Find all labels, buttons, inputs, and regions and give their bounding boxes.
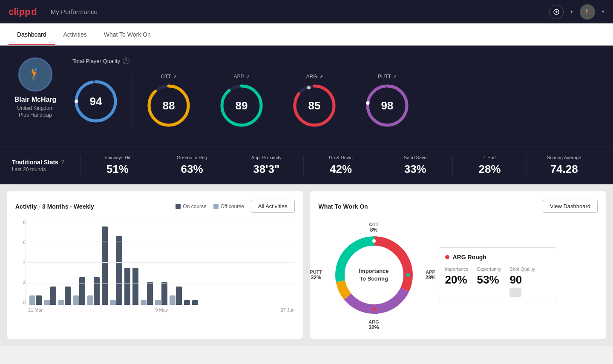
trad-stats-help-icon[interactable]: ? [61,159,65,166]
avatar[interactable]: 🏌️ [580,4,595,20]
logo-d: d [31,6,37,17]
svg-point-5 [75,100,78,103]
app-logo: clippd [9,6,37,17]
x-label-0: 21 Mar [28,307,43,312]
activity-chart-area: 0 2 4 6 8 [15,220,295,313]
arg-stat-opportunity: Opportunity 53% [477,267,501,297]
wtwo-title: What To Work On [319,203,368,210]
x-label-1: 9 May [155,307,168,312]
tpq-label: Total Player Quality ? [72,57,601,64]
trad-stat-updown: Up & Down 42% [303,155,378,176]
nav-right: ▾ 🏌️ ▾ [549,4,604,20]
bar-oncourse-3 [79,277,85,305]
bar-group-5 [102,226,108,305]
arg-card-dot [445,255,449,259]
trad-stat-fairways: Fairways Hit 51% [80,155,155,176]
bar-oncourse-1 [50,287,56,305]
legend-offcourse: Off course [213,203,244,209]
bar-oncourse-9 [147,282,153,305]
player-info: 🏌️ Blair McHarg United Kingdom Plus Hand… [12,57,59,118]
donut-chart-wrapper: OTT 8% APP 28% ARG 32% PUTT [319,220,429,330]
tpq-help-icon[interactable]: ? [123,57,130,64]
bar-group-11 [170,287,182,305]
app-score: APP ↗ 89 [205,70,278,132]
ott-gauge: 88 [145,82,192,129]
svg-point-15 [366,101,370,105]
trad-stats-label: Traditional Stats ? [12,159,80,166]
wtwo-panel-header: What To Work On View Dashboard [319,200,598,213]
trad-stat-1putt: 1 Putt 28% [452,155,527,176]
top-nav: clippd My Performance ▾ 🏌️ ▾ [0,0,613,23]
bar-oncourse-6 [116,236,122,305]
bar-group-3 [73,277,85,305]
svg-point-21 [406,273,410,277]
tab-what-to-work-on[interactable]: What To Work On [95,23,159,45]
bar-offcourse-11 [170,295,176,305]
bar-oncourse-13 [192,300,198,305]
donut-section: OTT 8% APP 28% ARG 32% PUTT [319,220,598,330]
bar-group-6 [110,236,122,305]
legend-offcourse-dot [213,204,219,209]
hero-section: 🏌️ Blair McHarg United Kingdom Plus Hand… [0,46,613,146]
legend-oncourse: On course [176,203,206,209]
y-label-8: 8 [15,220,26,225]
activity-panel-header: Activity - 3 Months - Weekly On course O… [15,200,295,213]
activity-panel: Activity - 3 Months - Weekly On course O… [7,191,303,339]
chart-legend: On course Off course [176,203,244,209]
bar-oncourse-4 [94,277,100,305]
bar-offcourse-1 [44,300,50,305]
bar-group-8 [132,268,138,305]
arg-stat-importance: Importance 20% [445,267,469,297]
y-label-6: 6 [15,240,26,245]
bar-offcourse-2 [58,300,64,305]
main-gauge: 94 [72,78,119,125]
trad-stat-proximity: App. Proximity 38'3" [229,155,303,176]
bar-oncourse-2 [65,287,71,305]
svg-point-12 [307,86,311,89]
trad-stat-greens: Greens In Reg 63% [155,155,229,176]
putt-gauge: 98 [364,82,411,129]
svg-point-22 [372,307,376,311]
bar-oncourse-8 [132,268,138,305]
trad-stat-scoring: Scoring Average 74.28 [527,155,601,176]
page-title: My Performance [51,8,98,15]
bar-oncourse-11 [176,287,182,305]
bar-group-7 [124,268,130,305]
tpq-main-score: 94 [72,75,132,128]
player-handicap: Plus Handicap [19,112,52,118]
avatar-dropdown-arrow: ▾ [602,9,604,14]
bar-oncourse-12 [184,300,190,305]
bar-offcourse-6 [110,300,116,305]
svg-point-20 [372,239,376,243]
bar-group-0 [29,295,42,305]
all-activities-button[interactable]: All Activities [251,200,295,213]
trad-stats-label-group: Traditional Stats ? Last 20 rounds [12,159,80,172]
tab-activities[interactable]: Activities [55,23,95,45]
trad-stats-section: Traditional Stats ? Last 20 rounds Fairw… [0,146,613,184]
trad-stat-sandsave: Sand Save 33% [378,155,452,176]
bar-group-4 [87,277,100,305]
donut-label-app: APP 28% [425,269,435,281]
bar-offcourse-4 [87,295,93,305]
arg-rough-card: ARG Rough Importance 20% Opportunity 53%… [438,247,557,303]
putt-score: PUTT ↗ 98 [351,70,423,132]
arg-card-title: ARG Rough [445,254,550,261]
view-dashboard-button[interactable]: View Dashboard [543,200,598,213]
legend-oncourse-dot [176,204,181,209]
ott-score: OTT ↗ 88 [132,70,205,132]
y-label-2: 2 [15,280,26,285]
bar-oncourse-5 [102,226,108,305]
arg-card-stats: Importance 20% Opportunity 53% Shot Qual… [445,267,550,297]
logo-text: clipp [9,6,30,17]
y-label-0: 0 [15,300,26,305]
tab-dashboard[interactable]: Dashboard [9,23,55,45]
bar-group-10 [155,282,167,305]
bar-oncourse-7 [124,268,130,305]
trad-stats-sublabel: Last 20 rounds [12,166,80,172]
activity-chart-title: Activity - 3 Months - Weekly [15,203,94,210]
add-button[interactable] [549,5,564,19]
bottom-panels: Activity - 3 Months - Weekly On course O… [0,184,613,346]
bar-group-1 [44,287,56,305]
x-label-2: 27 Jun [280,307,294,312]
bar-group-2 [58,287,71,305]
